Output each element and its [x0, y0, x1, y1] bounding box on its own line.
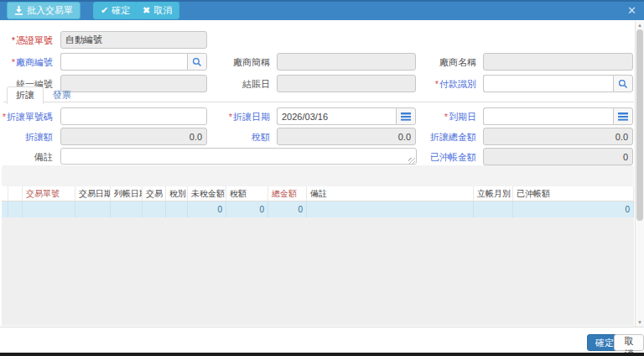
- scroll-down-icon[interactable]: ▼: [636, 320, 644, 325]
- grid-header-row: 交易單號 交易日期 列帳日期 交易 稅別 未稅金額 稅額 總金額 備註 立帳月別…: [2, 186, 634, 202]
- col-transaction-date[interactable]: 交易日期: [75, 186, 111, 202]
- payment-id-group: [483, 75, 633, 92]
- allowance-total-label: 折讓總金額: [386, 131, 476, 143]
- allowance-slip-no-label: *折讓單號碼: [0, 111, 53, 123]
- closing-date-label: 結賬日: [193, 78, 270, 90]
- allowance-date-label: *折讓日期: [193, 111, 270, 123]
- grid-empty-body: [2, 217, 634, 326]
- due-date-picker-button[interactable]: [613, 107, 633, 125]
- footer-cancel-button[interactable]: 取消: [614, 334, 644, 351]
- allowance-total-input: [483, 128, 633, 145]
- allowance-amount-label: 折讓額: [0, 131, 53, 143]
- required-mark: *: [12, 35, 15, 45]
- allowance-amount-input: [60, 128, 207, 145]
- due-date-label: *到期日: [386, 111, 476, 123]
- window-bottom-edge: [0, 353, 644, 356]
- tax-id-input: [60, 75, 207, 92]
- toolbar-cancel-button[interactable]: ✖ 取消: [135, 2, 179, 19]
- col-total-amount[interactable]: 總金額: [268, 186, 307, 202]
- vendor-code-label: *廠商編號: [0, 56, 53, 68]
- import-transactions-button[interactable]: 批入交易單: [7, 2, 80, 19]
- payment-id-label: *付款識別: [386, 78, 476, 90]
- col-tax-type[interactable]: 稅別: [166, 186, 188, 202]
- written-off-input: [483, 148, 633, 165]
- tab-allowance[interactable]: 折讓: [7, 86, 44, 104]
- scrollbar-thumb[interactable]: [636, 29, 643, 221]
- col-transaction[interactable]: 交易: [143, 186, 166, 202]
- remark-label: 備註: [0, 151, 53, 163]
- voucher-no-label: *憑證單號: [0, 34, 53, 46]
- required-mark: *: [12, 57, 15, 67]
- summary-untaxed: 0: [188, 202, 226, 217]
- toolbar-confirm-button[interactable]: ✔ 確定: [93, 2, 138, 19]
- col-remark[interactable]: 備註: [307, 186, 474, 202]
- payment-id-search-button[interactable]: [613, 75, 633, 92]
- vendor-name-input: [483, 53, 633, 71]
- due-date-input[interactable]: [483, 107, 613, 125]
- scroll-up-icon[interactable]: ▲: [636, 23, 644, 28]
- required-mark: *: [229, 112, 232, 122]
- required-mark: *: [3, 112, 6, 122]
- dialog-footer: 確定 取消: [0, 327, 644, 353]
- check-icon: ✔: [101, 5, 108, 16]
- due-date-group: [483, 107, 633, 125]
- vendor-code-group: [60, 53, 207, 71]
- close-icon[interactable]: ✕: [627, 4, 636, 17]
- tab-divider: [3, 102, 634, 102]
- col-untaxed-amount[interactable]: 未稅金額: [188, 186, 226, 202]
- col-select: [8, 186, 23, 202]
- summary-tax: 0: [226, 202, 268, 217]
- voucher-no-input: [60, 31, 207, 49]
- vendor-code-input[interactable]: [60, 53, 187, 71]
- download-icon: [14, 6, 23, 15]
- required-mark: *: [444, 112, 448, 122]
- required-mark: *: [435, 79, 439, 89]
- purchase-allowance-dialog: 進項折讓 [新增] ✕ *憑證單號 *廠商編號 廠商簡稱 廠商名稱 統一編號 結…: [0, 0, 644, 356]
- col-written-off-amount[interactable]: 已沖帳額: [513, 186, 634, 202]
- allowance-date-input[interactable]: [277, 107, 396, 125]
- allowance-slip-no-input[interactable]: [60, 107, 207, 125]
- col-posting-date[interactable]: 列帳日期: [111, 186, 143, 202]
- payment-id-input[interactable]: [483, 75, 613, 92]
- grid-toolbar: [2, 165, 634, 186]
- x-icon: ✖: [143, 5, 150, 16]
- col-posting-month[interactable]: 立帳月別: [474, 186, 513, 202]
- calendar-icon: [618, 113, 628, 121]
- grid-summary-row: 0 0 0 0: [2, 202, 634, 217]
- vertical-scrollbar[interactable]: ▲ ▼: [635, 21, 644, 327]
- tax-amount-label: 稅額: [193, 131, 270, 143]
- summary-written-off: 0: [513, 202, 634, 217]
- col-row-indicator: [2, 186, 8, 202]
- col-transaction-no[interactable]: 交易單號: [23, 186, 75, 202]
- remark-textarea[interactable]: [60, 148, 417, 165]
- col-tax-amount[interactable]: 稅額: [226, 186, 268, 202]
- vendor-name-label: 廠商名稱: [386, 56, 476, 68]
- written-off-label: 已沖帳金額: [386, 151, 476, 163]
- search-icon: [618, 79, 628, 89]
- summary-total: 0: [268, 202, 307, 217]
- vendor-short-name-label: 廠商簡稱: [193, 56, 270, 68]
